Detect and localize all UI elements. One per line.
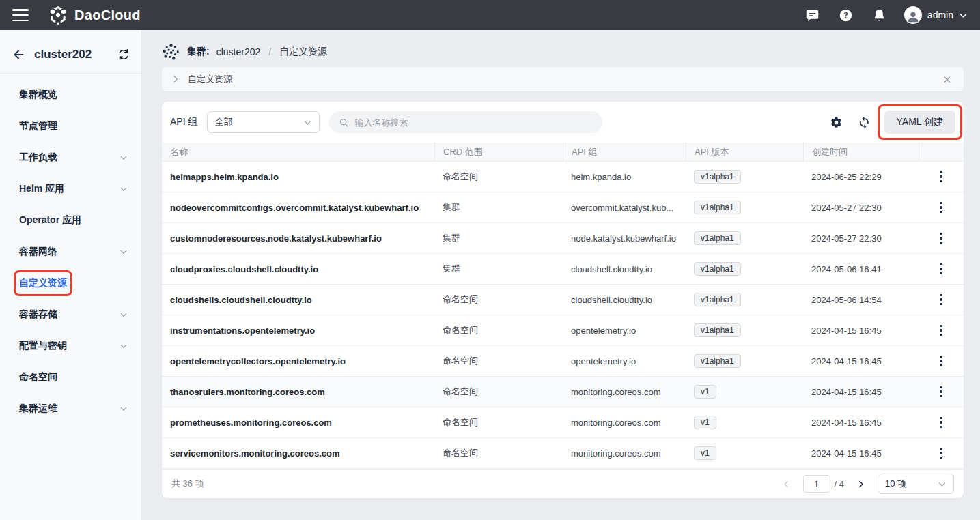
cell-created-at: 2024-04-15 16:45 [803, 356, 919, 366]
cell-actions [919, 229, 964, 248]
sidebar-item-label: Operator 应用 [19, 214, 81, 227]
cell-crd-scope: 命名空间 [434, 447, 563, 459]
sidebar-item-2[interactable]: 工作负载 [0, 142, 141, 173]
sidebar-item-9[interactable]: 命名空间 [0, 362, 141, 393]
cell-name[interactable]: instrumentations.opentelemetry.io [162, 326, 434, 336]
column-header-crd-scope: CRD 范围 [434, 143, 563, 162]
cell-name[interactable]: helmapps.helm.kpanda.io [162, 172, 434, 182]
sidebar-item-1[interactable]: 节点管理 [0, 111, 141, 142]
breadcrumb-cluster-name[interactable]: cluster202 [216, 46, 261, 57]
sidebar-item-6[interactable]: 自定义资源 [0, 268, 141, 299]
page-size-value: 10 项 [885, 478, 934, 490]
sidebar-item-7[interactable]: 容器存储 [0, 299, 141, 330]
sidebar-nav: 集群概览节点管理工作负载Helm 应用Operator 应用容器网络自定义资源容… [0, 74, 141, 424]
row-kebab-menu-icon[interactable] [936, 444, 947, 463]
cell-crd-scope: 集群 [434, 263, 563, 275]
version-badge: v1alpha1 [694, 262, 741, 276]
breadcrumb: 集群: cluster202 / 自定义资源 [162, 40, 964, 64]
avatar [904, 6, 922, 24]
row-kebab-menu-icon[interactable] [936, 167, 947, 187]
table-row: helmapps.helm.kpanda.io命名空间helm.kpanda.i… [162, 162, 964, 192]
row-kebab-menu-icon[interactable] [936, 321, 947, 341]
cell-actions [919, 259, 964, 279]
cell-api-version: v1alpha1 [686, 323, 803, 337]
api-group-selected-value: 全部 [214, 116, 298, 128]
cell-api-group: helm.kpanda.io [563, 172, 686, 182]
row-kebab-menu-icon[interactable] [936, 351, 947, 371]
banner-close-icon[interactable]: ✕ [940, 72, 954, 87]
page-number-input[interactable] [803, 475, 830, 493]
sidebar-item-0[interactable]: 集群概览 [0, 79, 141, 111]
chevron-down-icon [120, 248, 128, 256]
cell-name[interactable]: thanosrulers.monitoring.coreos.com [162, 387, 434, 397]
hamburger-menu-icon[interactable] [12, 9, 29, 21]
cell-name[interactable]: prometheuses.monitoring.coreos.com [162, 418, 434, 428]
sidebar-item-4[interactable]: Operator 应用 [0, 205, 141, 236]
back-arrow-icon[interactable] [11, 47, 26, 62]
notification-bell-icon[interactable] [871, 7, 888, 24]
row-kebab-menu-icon[interactable] [936, 382, 947, 402]
next-page-icon[interactable] [854, 478, 868, 490]
sidebar-item-label: 工作负载 [19, 151, 57, 164]
list-toolbar: API 组 全部 YAML 创建 [162, 102, 964, 143]
version-badge: v1alpha1 [694, 201, 741, 214]
cell-created-at: 2024-05-06 14:54 [803, 295, 919, 305]
user-menu[interactable]: admin [904, 6, 968, 24]
cell-crd-scope: 命名空间 [434, 386, 563, 398]
yaml-create-button[interactable]: YAML 创建 [884, 111, 955, 134]
cell-name[interactable]: cloudshells.cloudshell.cloudtty.io [162, 295, 434, 305]
settings-gear-icon[interactable] [828, 115, 844, 130]
sidebar-item-10[interactable]: 集群运维 [0, 393, 141, 424]
messages-icon[interactable] [804, 7, 821, 24]
api-group-filter-label: API 组 [170, 116, 197, 128]
cell-actions [919, 444, 964, 463]
banner-expand-chevron-icon[interactable] [171, 75, 180, 83]
cell-name[interactable]: servicemonitors.monitoring.coreos.com [162, 448, 434, 459]
version-badge: v1alpha1 [694, 170, 741, 184]
cell-created-at: 2024-06-25 22:29 [803, 172, 919, 182]
switch-cluster-icon[interactable] [117, 48, 130, 61]
api-group-select[interactable]: 全部 [207, 111, 320, 133]
cluster-name-title: cluster202 [34, 48, 109, 61]
username: admin [927, 10, 953, 20]
prev-page-icon[interactable] [779, 478, 794, 490]
sidebar-item-label: 容器网络 [19, 246, 57, 258]
column-header-api-group: API 组 [563, 143, 686, 162]
breadcrumb-cluster-label: 集群: [187, 46, 210, 58]
sidebar-item-5[interactable]: 容器网络 [0, 236, 141, 268]
row-kebab-menu-icon[interactable] [936, 229, 947, 248]
brand-name: DaoCloud [74, 8, 141, 23]
refresh-icon[interactable] [856, 115, 872, 130]
cell-api-group: overcommit.katalyst.kub... [563, 203, 686, 213]
table-row: opentelemetrycollectors.opentelemetry.io… [162, 346, 964, 377]
cell-name[interactable]: customnoderesources.node.katalyst.kubewh… [162, 233, 434, 244]
table-row: nodeovercommitconfigs.overcommit.katalys… [162, 192, 964, 223]
info-banner: 自定义资源 ✕ [162, 67, 964, 91]
cell-actions [919, 167, 964, 187]
row-kebab-menu-icon[interactable] [936, 290, 947, 310]
cell-actions [919, 413, 964, 433]
sidebar-item-label: 集群概览 [19, 89, 57, 101]
cell-actions [919, 198, 964, 218]
cell-api-group: cloudshell.cloudtty.io [563, 295, 686, 305]
cell-crd-scope: 集群 [434, 201, 563, 214]
cell-name[interactable]: opentelemetrycollectors.opentelemetry.io [162, 356, 434, 366]
sidebar-item-3[interactable]: Helm 应用 [0, 173, 141, 205]
cell-name[interactable]: cloudproxies.cloudshell.cloudtty.io [162, 264, 434, 274]
version-badge: v1alpha1 [694, 323, 741, 337]
table-body: helmapps.helm.kpanda.io命名空间helm.kpanda.i… [162, 162, 964, 469]
cell-actions [919, 382, 964, 402]
help-icon[interactable]: ? [837, 7, 854, 24]
table-row: cloudproxies.cloudshell.cloudtty.io集群clo… [162, 254, 964, 285]
row-kebab-menu-icon[interactable] [936, 259, 947, 279]
row-kebab-menu-icon[interactable] [936, 198, 947, 218]
cell-name[interactable]: nodeovercommitconfigs.overcommit.katalys… [162, 203, 434, 213]
cell-created-at: 2024-04-15 16:45 [803, 448, 919, 459]
sidebar-item-8[interactable]: 配置与密钥 [0, 330, 141, 362]
row-kebab-menu-icon[interactable] [936, 413, 947, 433]
brand-logo: DaoCloud [48, 5, 141, 25]
version-badge: v1alpha1 [694, 293, 741, 306]
page-size-select[interactable]: 10 项 [878, 474, 954, 494]
search-input[interactable] [354, 117, 593, 128]
pagination: / 4 10 项 [779, 474, 954, 494]
